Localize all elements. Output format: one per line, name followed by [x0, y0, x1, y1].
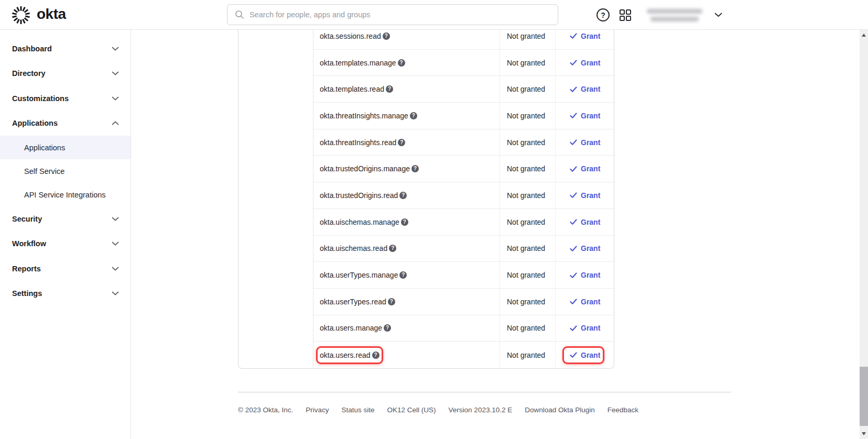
user-account-info[interactable]: [645, 9, 704, 21]
grant-button-label: Grant: [581, 191, 600, 200]
scopes-table: okta.sessions.read ? Not granted Grant o…: [313, 23, 614, 368]
scrollbar-up-arrow-icon[interactable]: [862, 34, 866, 37]
grant-button[interactable]: Grant: [570, 59, 600, 67]
scope-name-cell: okta.uischemas.read ?: [313, 244, 500, 253]
grant-status: Not granted: [500, 236, 555, 262]
footer-2023-okta-inc: © 2023 Okta, Inc.: [238, 406, 293, 414]
scope-name-cell: okta.users.manage ?: [313, 324, 500, 332]
grant-button[interactable]: Grant: [570, 138, 600, 147]
scope-table-row: okta.uischemas.read ? Not granted Grant: [313, 236, 614, 262]
scope-help-icon[interactable]: ?: [399, 192, 407, 199]
vertical-scrollbar[interactable]: [860, 30, 868, 439]
scope-help-icon[interactable]: ?: [411, 165, 419, 172]
grant-status: Not granted: [500, 315, 555, 342]
scope-name: okta.trustedOrigins.read: [320, 191, 398, 200]
scope-name: okta.templates.read: [320, 85, 384, 93]
scope-help-icon[interactable]: ?: [389, 245, 396, 252]
scope-help-icon[interactable]: ?: [383, 32, 390, 40]
help-icon[interactable]: ?: [596, 8, 610, 21]
grant-status: Not granted: [500, 289, 555, 315]
grant-button[interactable]: Grant: [570, 218, 600, 226]
grant-status: Not granted: [500, 129, 555, 156]
scope-help-icon[interactable]: ?: [386, 85, 393, 93]
sidebar-item-reports[interactable]: Reports: [0, 256, 131, 281]
check-icon: [570, 139, 577, 145]
scrollbar-down-arrow-icon[interactable]: [862, 432, 866, 435]
scope-help-icon[interactable]: ?: [398, 59, 405, 67]
grant-button[interactable]: Grant: [570, 324, 600, 332]
grant-button-label: Grant: [581, 244, 600, 253]
scope-name-cell: okta.userTypes.manage ?: [313, 271, 500, 279]
grant-status: Not granted: [500, 103, 555, 129]
grant-button[interactable]: Grant: [570, 32, 600, 40]
grant-button-label: Grant: [581, 138, 600, 147]
scope-help-icon[interactable]: ?: [399, 271, 407, 279]
sidebar-item-settings[interactable]: Settings: [0, 281, 131, 306]
scope-table-row: okta.uischemas.manage ? Not granted Gran…: [313, 209, 614, 236]
sidebar-item-applications[interactable]: Applications: [0, 111, 131, 136]
user-email-redacted: [647, 9, 702, 14]
check-icon: [570, 60, 577, 65]
sidebar-item-customizations[interactable]: Customizations: [0, 86, 131, 111]
grant-action-cell: Grant: [555, 342, 614, 368]
okta-logo[interactable]: okta: [10, 0, 66, 30]
grant-button[interactable]: Grant: [570, 271, 600, 279]
grant-button-label: Grant: [581, 85, 600, 93]
user-org-redacted: [650, 17, 699, 21]
footer-download-okta-plugin[interactable]: Download Okta Plugin: [525, 406, 595, 414]
chevron-down-icon: [112, 291, 119, 295]
sidebar-subitem-applications[interactable]: Applications: [0, 136, 131, 159]
grant-button[interactable]: Grant: [570, 112, 600, 120]
grant-button-label: Grant: [581, 351, 600, 359]
scope-help-icon[interactable]: ?: [401, 218, 408, 226]
scope-name-cell: okta.trustedOrigins.read ?: [313, 191, 500, 200]
sidebar-subitem-label: Applications: [24, 144, 65, 152]
grant-status: Not granted: [500, 50, 555, 76]
grant-action-cell: Grant: [555, 315, 614, 342]
global-search-input[interactable]: [227, 4, 558, 25]
sidebar-item-security[interactable]: Security: [0, 206, 131, 232]
grant-button[interactable]: Grant: [570, 298, 600, 306]
scope-help-icon[interactable]: ?: [410, 112, 417, 119]
user-menu-chevron-icon[interactable]: [714, 13, 722, 17]
scope-name: okta.templates.manage: [320, 59, 396, 67]
sidebar-item-dashboard[interactable]: Dashboard: [0, 36, 131, 61]
scope-help-icon[interactable]: ?: [384, 324, 391, 332]
chevron-down-icon: [112, 96, 119, 101]
sidebar-item-workflow[interactable]: Workflow: [0, 232, 131, 257]
sidebar-item-label: Applications: [12, 119, 58, 127]
grant-button[interactable]: Grant: [570, 351, 600, 359]
sidebar-subitem-api-service-integrations[interactable]: API Service Integrations: [0, 183, 131, 206]
check-icon: [570, 192, 577, 198]
grant-button[interactable]: Grant: [570, 191, 600, 200]
check-icon: [570, 246, 577, 251]
app-switcher-icon[interactable]: [619, 9, 632, 21]
scope-table-row-highlighted: okta.users.read ? Not granted Grant: [313, 342, 614, 368]
sidebar-subitem-self-service[interactable]: Self Service: [0, 159, 131, 183]
footer-feedback[interactable]: Feedback: [607, 406, 638, 414]
grant-button-label: Grant: [581, 59, 600, 67]
grant-action-cell: Grant: [555, 236, 614, 262]
footer-status-site[interactable]: Status site: [342, 406, 375, 414]
scope-name-cell: okta.templates.manage ?: [313, 59, 500, 67]
okta-spinner-icon: [10, 5, 31, 26]
footer-privacy[interactable]: Privacy: [306, 406, 329, 414]
scope-name: okta.uischemas.read: [320, 244, 387, 253]
scope-name: okta.threatInsights.read: [320, 138, 396, 147]
scope-help-icon[interactable]: ?: [388, 298, 395, 305]
grant-button[interactable]: Grant: [570, 244, 600, 253]
grant-action-cell: Grant: [555, 262, 614, 288]
check-icon: [570, 272, 577, 278]
scope-name: okta.userTypes.manage: [320, 271, 398, 279]
scrollbar-thumb[interactable]: [860, 367, 868, 426]
sidebar-item-directory[interactable]: Directory: [0, 61, 131, 86]
grant-button[interactable]: Grant: [570, 85, 600, 93]
check-icon: [570, 352, 577, 358]
sidebar-item-label: Workflow: [12, 239, 46, 248]
scope-help-icon[interactable]: ?: [372, 352, 379, 359]
grant-button[interactable]: Grant: [570, 164, 600, 173]
scope-help-icon[interactable]: ?: [398, 139, 405, 146]
sidebar-item-label: Settings: [12, 289, 42, 298]
check-icon: [570, 33, 577, 39]
scope-name: okta.sessions.read: [320, 32, 381, 40]
